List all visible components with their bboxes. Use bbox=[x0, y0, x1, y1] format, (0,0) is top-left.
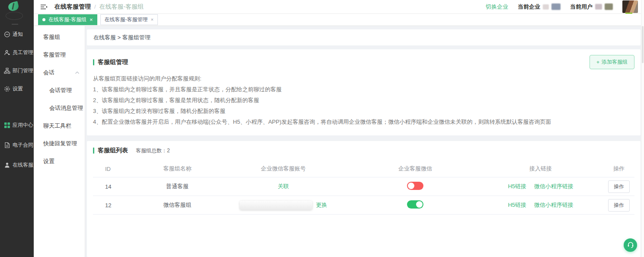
submenu-item-quick-reply[interactable]: 快捷回复管理 bbox=[34, 135, 85, 152]
column-header-wechat: 企业客服微信 bbox=[352, 165, 478, 173]
current-company: 当前企业 bbox=[518, 3, 561, 11]
service-group-list-card: 客服组列表 客服组总数：2 ID 客服组名称 企业微信客服账号 企业客服微信 接… bbox=[87, 141, 641, 257]
logo-ghost-shape bbox=[6, 12, 23, 20]
scrollbar-thumb[interactable] bbox=[642, 26, 644, 63]
logo-icon bbox=[7, 1, 19, 12]
primary-sidebar: 通知 员工管理 部门管理 设置 应用中心 电子合同 在线 bbox=[0, 0, 34, 257]
sidebar-item-label: 通知 bbox=[13, 31, 23, 38]
switch-company-link[interactable]: 切换企业 bbox=[486, 3, 508, 11]
close-icon[interactable]: × bbox=[90, 17, 93, 22]
chevron-up-icon bbox=[75, 71, 80, 74]
section-accent-bar bbox=[93, 59, 94, 65]
breadcrumb-separator: / bbox=[94, 3, 96, 10]
service-group-table: ID 客服组名称 企业微信客服账号 企业客服微信 接入链接 操作 14 普通客服… bbox=[93, 161, 634, 215]
row-action-button[interactable]: 操作 bbox=[608, 180, 630, 193]
department-icon bbox=[4, 67, 10, 74]
column-header-name: 客服组名称 bbox=[141, 165, 214, 173]
table-header-row: ID 客服组名称 企业微信客服账号 企业客服微信 接入链接 操作 bbox=[93, 161, 634, 177]
submenu-label: 聊天工具栏 bbox=[43, 122, 71, 130]
tab-label: 在线客服-客服管理 bbox=[105, 16, 148, 23]
submenu-label: 客服组 bbox=[43, 33, 60, 41]
submenu-label: 会话 bbox=[43, 69, 54, 77]
column-header-links: 接入链接 bbox=[478, 165, 603, 173]
sidebar-item-notice[interactable]: 通知 bbox=[0, 25, 34, 43]
submenu-item-session[interactable]: 会话 bbox=[34, 64, 85, 81]
rule-line: 4、配置企业微信客服并开启后，用户在移动端(公众号、H5、小程序、APP)发起客… bbox=[93, 119, 634, 125]
redacted-user-block-1 bbox=[595, 4, 602, 10]
page-breadcrumb: 在线客服 > 客服组管理 bbox=[87, 29, 641, 45]
current-user: 当前用户 bbox=[570, 3, 613, 11]
service-group-management-card: 客服组管理 + 添加客服组 从客服组页面链接访问的用户分配客服规则: 1、该客服… bbox=[87, 49, 641, 135]
miniprogram-link[interactable]: 微信小程序链接 bbox=[534, 202, 574, 208]
apps-icon bbox=[4, 122, 10, 128]
tab-service-management[interactable]: 在线客服-客服管理 × bbox=[100, 14, 158, 25]
h5-link[interactable]: H5链接 bbox=[508, 183, 526, 190]
tab-service-group[interactable]: 在线客服-客服组 × bbox=[38, 14, 97, 25]
sidebar-item-label: 员工管理 bbox=[13, 49, 33, 56]
change-link[interactable]: 更换 bbox=[316, 201, 327, 208]
tab-label: 在线客服-客服组 bbox=[48, 16, 87, 23]
wechat-toggle[interactable] bbox=[407, 200, 423, 209]
submenu-item-settings[interactable]: 设置 bbox=[34, 152, 85, 170]
menu-fold-icon[interactable] bbox=[40, 4, 48, 10]
cell-id: 14 bbox=[93, 183, 141, 190]
submenu-item-service-group[interactable]: 客服组 bbox=[34, 28, 85, 46]
sidebar-item-staff[interactable]: 员工管理 bbox=[0, 43, 34, 61]
cell-id: 12 bbox=[93, 202, 141, 209]
wechat-toggle[interactable] bbox=[407, 182, 423, 190]
table-row: 14 普通客服 关联 H5链接 微信小程序链接 操作 bbox=[93, 177, 634, 196]
plus-icon: + bbox=[596, 59, 599, 65]
logo-ghost-dash bbox=[12, 24, 18, 25]
vertical-scrollbar[interactable] bbox=[641, 0, 644, 257]
top-header: 在线客服管理 / 在线客服-客服组 切换企业 当前企业 当前用户 bbox=[34, 0, 644, 14]
miniprogram-link[interactable]: 微信小程序链接 bbox=[534, 183, 574, 190]
sidebar-item-contract[interactable]: 电子合同 bbox=[0, 135, 34, 155]
sidebar-item-label: 在线客服 bbox=[13, 161, 33, 169]
group-total-count: 客服组总数：2 bbox=[136, 147, 170, 154]
associate-link[interactable]: 关联 bbox=[278, 183, 289, 190]
sidebar-item-settings[interactable]: 设置 bbox=[0, 80, 34, 98]
sidebar-item-department[interactable]: 部门管理 bbox=[0, 61, 34, 80]
sidebar-group-gap bbox=[0, 98, 34, 115]
submenu-item-service-management[interactable]: 客服管理 bbox=[34, 46, 85, 64]
sidebar-item-label: 部门管理 bbox=[13, 67, 33, 74]
sidebar-item-app-center[interactable]: 应用中心 bbox=[0, 115, 34, 135]
row-action-button[interactable]: 操作 bbox=[608, 199, 630, 212]
submenu-item-session-message-management[interactable]: 会话消息管理 bbox=[34, 99, 85, 117]
assignment-rules: 从客服组页面链接访问的用户分配客服规则: 1、该客服组内之前聊过客服，并且客服是… bbox=[93, 76, 634, 125]
sidebar-item-label: 电子合同 bbox=[13, 141, 33, 149]
column-header-action: 操作 bbox=[603, 165, 634, 173]
settings-icon bbox=[4, 86, 10, 92]
rule-line: 3、该客服组内之前没有聊过客服，随机分配新的客服 bbox=[93, 108, 634, 114]
close-icon[interactable]: × bbox=[151, 17, 154, 22]
section-title: 客服组列表 bbox=[98, 147, 128, 154]
current-user-label: 当前用户 bbox=[570, 3, 593, 11]
main-content: 在线客服 > 客服组管理 客服组管理 + 添加客服组 从客服组页面链接访问的用户… bbox=[85, 26, 644, 257]
avatar[interactable] bbox=[622, 0, 638, 13]
submenu-label: 会话管理 bbox=[49, 87, 72, 94]
sidebar-item-online-service[interactable]: 在线客服 bbox=[0, 155, 34, 175]
service-icon bbox=[4, 162, 10, 168]
breadcrumb-root[interactable]: 在线客服管理 bbox=[54, 3, 91, 11]
submenu-item-chat-toolbar[interactable]: 聊天工具栏 bbox=[34, 117, 85, 135]
company-logo bbox=[0, 0, 34, 25]
add-service-group-button[interactable]: + 添加客服组 bbox=[590, 55, 634, 69]
toggle-knob bbox=[416, 201, 423, 208]
cell-group-name: 普通客服 bbox=[141, 183, 214, 190]
secondary-sidebar: 客服组 客服管理 会话 会话管理 会话消息管理 聊天工具栏 快捷回复管理 设置 bbox=[34, 26, 85, 257]
h5-link[interactable]: H5链接 bbox=[508, 202, 526, 208]
submenu-item-session-management[interactable]: 会话管理 bbox=[34, 81, 85, 99]
sidebar-item-label: 设置 bbox=[13, 85, 23, 93]
app-window: 通知 员工管理 部门管理 设置 应用中心 电子合同 在线 bbox=[0, 0, 644, 257]
floating-customer-service-button[interactable] bbox=[624, 238, 637, 252]
tab-bar: 在线客服-客服组 × 在线客服-客服管理 × bbox=[34, 14, 644, 26]
cell-group-name: 微信客服组 bbox=[141, 201, 214, 209]
staff-icon bbox=[4, 49, 10, 56]
redacted-user-block-2 bbox=[605, 3, 613, 10]
toggle-knob bbox=[408, 183, 414, 189]
rules-intro: 从客服组页面链接访问的用户分配客服规则: bbox=[93, 76, 634, 81]
current-company-label: 当前企业 bbox=[518, 3, 540, 11]
submenu-label: 快捷回复管理 bbox=[43, 140, 77, 148]
rule-line: 1、该客服组内之前聊过客服，并且客服是正常状态，分配给之前聊过的客服 bbox=[93, 87, 634, 92]
redacted-account-value bbox=[240, 201, 312, 210]
